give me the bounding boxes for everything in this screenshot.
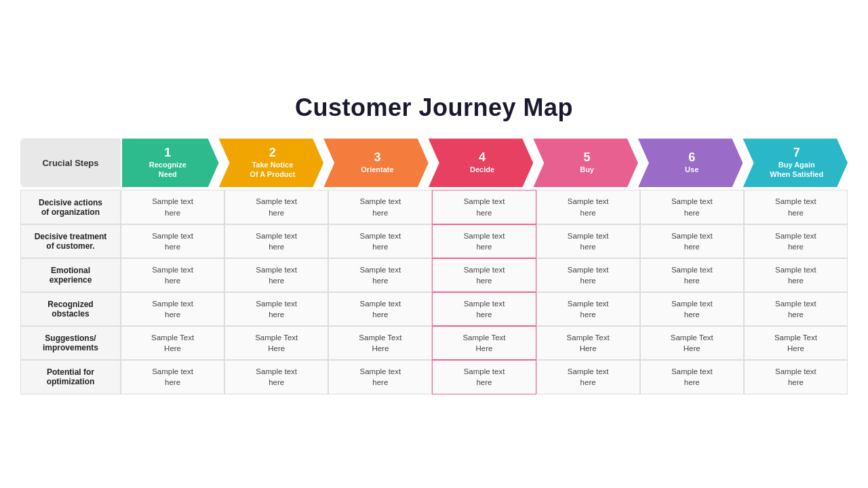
cell-r2-c3: Sample text here: [432, 258, 536, 292]
arrow-item-4: 4Decide: [429, 138, 534, 187]
cell-r4-c5: Sample Text Here: [640, 326, 744, 360]
cell-r0-c2: Sample text here: [328, 190, 432, 224]
cell-r0-c4: Sample text here: [536, 190, 640, 224]
arrow-label-4: Decide: [470, 165, 494, 174]
cell-r1-c5: Sample text here: [640, 224, 744, 258]
cell-r5-c2: Sample text here: [328, 360, 432, 394]
cell-r1-c0: Sample text here: [121, 224, 224, 258]
arrow-item-5: 5Buy: [533, 138, 638, 187]
arrow-number-7: 7: [793, 146, 800, 159]
arrow-label-6: Use: [685, 165, 698, 174]
table-row: Suggestions/ improvementsSample Text Her…: [20, 326, 848, 360]
cell-r0-c3: Sample text here: [432, 190, 536, 224]
crucial-steps-header: Crucial Steps: [20, 138, 121, 187]
cell-r2-c4: Sample text here: [536, 258, 640, 292]
cell-r3-c6: Sample text here: [744, 292, 848, 326]
cell-r0-c1: Sample text here: [224, 190, 328, 224]
cell-r1-c3: Sample text here: [432, 224, 536, 258]
arrow-item-6: 6Use: [638, 138, 743, 187]
cell-r3-c4: Sample text here: [536, 292, 640, 326]
cell-r0-c6: Sample text here: [744, 190, 848, 224]
cell-r4-c3: Sample Text Here: [432, 326, 536, 360]
row-label-1: Decisive treatment of customer.: [20, 224, 121, 258]
arrow-label-2: Take Notice Of A Product: [250, 160, 295, 180]
arrow-item-2: 2Take Notice Of A Product: [219, 138, 324, 187]
cell-r3-c2: Sample text here: [328, 292, 432, 326]
arrow-label-5: Buy: [580, 165, 594, 174]
cell-r4-c1: Sample Text Here: [224, 326, 328, 360]
arrow-label-1: Recognize Need: [149, 160, 186, 180]
arrow-number-4: 4: [479, 151, 486, 163]
cell-r4-c0: Sample Text Here: [121, 326, 224, 360]
cell-r2-c5: Sample text here: [640, 258, 744, 292]
cell-r3-c0: Sample text here: [121, 292, 224, 326]
cell-r2-c1: Sample text here: [224, 258, 328, 292]
arrow-item-3: 3Orientate: [323, 138, 429, 187]
cell-r1-c4: Sample text here: [536, 224, 640, 258]
cell-r1-c2: Sample text here: [328, 224, 432, 258]
row-label-4: Suggestions/ improvements: [20, 326, 121, 360]
arrow-label-3: Orientate: [361, 165, 393, 174]
cell-r2-c6: Sample text here: [744, 258, 848, 292]
page-title: Customer Journey Map: [20, 94, 848, 122]
cell-r5-c6: Sample text here: [744, 360, 848, 394]
arrow-item-7: 7Buy Again When Satisfied: [743, 138, 848, 187]
arrow-number-2: 2: [269, 146, 276, 159]
cell-r5-c1: Sample text here: [224, 360, 328, 394]
cell-r3-c5: Sample text here: [640, 292, 744, 326]
data-table: Decisive actions of organizationSample t…: [20, 190, 848, 394]
arrow-item-1: 1Recognize Need: [122, 138, 219, 187]
arrow-number-1: 1: [164, 146, 171, 159]
cell-r4-c4: Sample Text Here: [536, 326, 640, 360]
cell-r1-c6: Sample text here: [744, 224, 848, 258]
cell-r4-c2: Sample Text Here: [328, 326, 432, 360]
table-row: Decisive actions of organizationSample t…: [20, 190, 848, 224]
table-row: Potential for optimizationSample text he…: [20, 360, 848, 394]
table-row: Decisive treatment of customer.Sample te…: [20, 224, 848, 258]
cell-r3-c3: Sample text here: [432, 292, 536, 326]
cell-r0-c0: Sample text here: [121, 190, 224, 224]
arrow-number-6: 6: [688, 151, 695, 163]
cell-r5-c3: Sample text here: [432, 360, 536, 394]
cell-r2-c2: Sample text here: [328, 258, 432, 292]
arrows-container: 1Recognize Need2Take Notice Of A Product…: [122, 138, 848, 187]
cell-r4-c6: Sample Text Here: [744, 326, 848, 360]
arrow-number-5: 5: [584, 151, 591, 163]
table-row: Recognized obstaclesSample text hereSamp…: [20, 292, 848, 326]
cell-r3-c1: Sample text here: [224, 292, 328, 326]
table-row: Emotional experienceSample text hereSamp…: [20, 258, 848, 292]
cell-r1-c1: Sample text here: [224, 224, 328, 258]
row-label-3: Recognized obstacles: [20, 292, 121, 326]
arrow-label-7: Buy Again When Satisfied: [770, 160, 823, 180]
row-label-0: Decisive actions of organization: [20, 190, 121, 224]
page-container: Customer Journey Map Crucial Steps 1Reco…: [14, 80, 854, 407]
cell-r5-c0: Sample text here: [121, 360, 224, 394]
cell-r2-c0: Sample text here: [121, 258, 224, 292]
cell-r5-c5: Sample text here: [640, 360, 744, 394]
cell-r0-c5: Sample text here: [640, 190, 744, 224]
cell-r5-c4: Sample text here: [536, 360, 640, 394]
arrow-number-3: 3: [374, 151, 380, 163]
row-label-5: Potential for optimization: [20, 360, 121, 394]
row-label-2: Emotional experience: [20, 258, 121, 292]
header-row: Crucial Steps 1Recognize Need2Take Notic…: [20, 138, 848, 187]
